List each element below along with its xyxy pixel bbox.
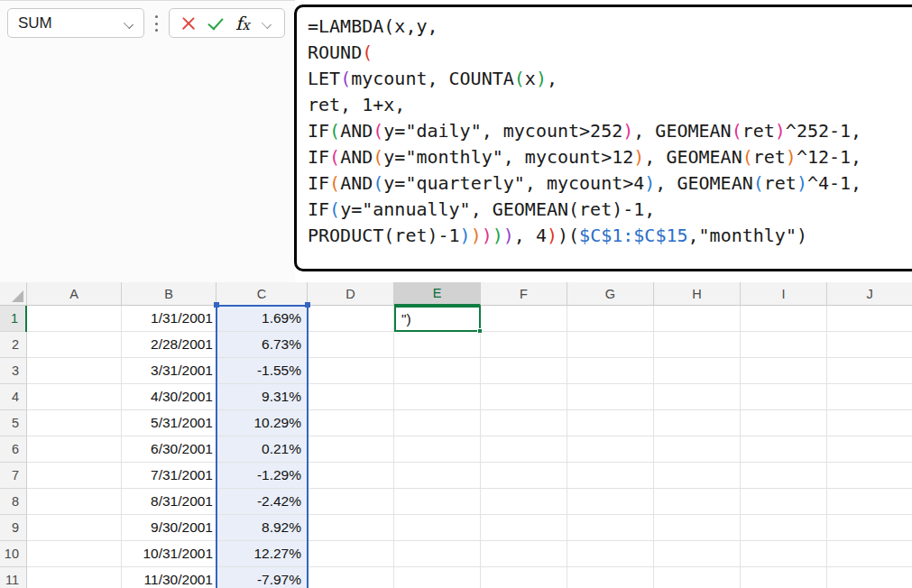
chevron-down-icon[interactable] <box>124 18 134 29</box>
active-cell-E1[interactable]: ") <box>394 306 481 332</box>
cell-F8[interactable] <box>481 489 567 515</box>
column-header-G[interactable]: G <box>567 282 654 306</box>
cell-A1[interactable] <box>27 306 122 332</box>
cell-E7[interactable] <box>394 463 481 489</box>
cell-G3[interactable] <box>567 358 654 384</box>
column-header-A[interactable]: A <box>27 282 122 306</box>
cell-D11[interactable] <box>308 567 394 588</box>
range-handle-top-right[interactable] <box>305 302 310 308</box>
column-header-D[interactable]: D <box>308 282 394 306</box>
insert-function-button[interactable]: fx <box>235 14 250 32</box>
cell-E10[interactable] <box>394 541 481 567</box>
cell-I10[interactable] <box>741 541 827 567</box>
cell-H11[interactable] <box>654 567 741 588</box>
cell-D5[interactable] <box>308 410 394 436</box>
column-header-J[interactable]: J <box>827 282 912 306</box>
column-header-B[interactable]: B <box>122 282 216 306</box>
cell-B6[interactable]: 6/30/2001 <box>122 436 216 463</box>
cell-G5[interactable] <box>567 410 654 436</box>
formula-text[interactable]: =LAMBDA(x,y,ROUND(LET(mycount, COUNTA(x)… <box>308 14 912 249</box>
cell-D7[interactable] <box>308 463 394 489</box>
cell-G1[interactable] <box>567 306 654 332</box>
cell-F10[interactable] <box>481 541 567 567</box>
cell-A5[interactable] <box>27 410 122 436</box>
cell-A4[interactable] <box>27 384 122 410</box>
cell-E9[interactable] <box>394 515 481 541</box>
row-header-4[interactable]: 4 <box>0 384 27 410</box>
cell-H10[interactable] <box>654 541 741 567</box>
formula-editor-popup[interactable]: =LAMBDA(x,y,ROUND(LET(mycount, COUNTA(x)… <box>294 5 912 271</box>
cell-E8[interactable] <box>394 489 481 515</box>
cell-H2[interactable] <box>654 332 741 358</box>
cell-I6[interactable] <box>741 436 827 463</box>
cell-G2[interactable] <box>567 332 654 358</box>
cell-J1[interactable] <box>827 306 912 332</box>
cell-B11[interactable]: 11/30/2001 <box>122 567 216 588</box>
cell-J10[interactable] <box>827 541 912 567</box>
cell-C1[interactable]: 1.69% <box>216 306 308 332</box>
cell-E4[interactable] <box>394 384 481 410</box>
column-header-F[interactable]: F <box>481 282 567 306</box>
cell-H7[interactable] <box>654 463 741 489</box>
cell-D2[interactable] <box>308 332 394 358</box>
cell-B9[interactable]: 9/30/2001 <box>122 515 216 541</box>
cell-F5[interactable] <box>481 410 567 436</box>
cell-I2[interactable] <box>741 332 827 358</box>
cell-C5[interactable]: 10.29% <box>216 410 308 436</box>
cell-J3[interactable] <box>827 358 912 384</box>
cell-I5[interactable] <box>741 410 827 436</box>
cell-B5[interactable]: 5/31/2001 <box>122 410 216 436</box>
cell-J9[interactable] <box>827 515 912 541</box>
cell-C6[interactable]: 0.21% <box>216 436 308 463</box>
cell-J8[interactable] <box>827 489 912 515</box>
cell-D10[interactable] <box>308 541 394 567</box>
cell-A2[interactable] <box>27 332 122 358</box>
cell-A8[interactable] <box>27 489 122 515</box>
range-handle-top-left[interactable] <box>214 302 219 308</box>
cell-B8[interactable]: 8/31/2001 <box>122 489 216 515</box>
cell-J7[interactable] <box>827 463 912 489</box>
cell-G6[interactable] <box>567 436 654 463</box>
cell-F3[interactable] <box>481 358 567 384</box>
cell-E6[interactable] <box>394 436 481 463</box>
cell-J5[interactable] <box>827 410 912 436</box>
confirm-button[interactable] <box>207 16 224 31</box>
cell-B1[interactable]: 1/31/2001 <box>122 306 216 332</box>
fill-handle[interactable] <box>477 328 483 334</box>
cell-G10[interactable] <box>567 541 654 567</box>
cell-A9[interactable] <box>27 515 122 541</box>
cell-C4[interactable]: 9.31% <box>216 384 308 410</box>
kebab-vertical-icon[interactable] <box>151 13 161 34</box>
row-header-1[interactable]: 1 <box>0 306 27 332</box>
row-header-11[interactable]: 11 <box>0 567 27 588</box>
cell-C3[interactable]: -1.55% <box>216 358 308 384</box>
cell-A6[interactable] <box>27 436 122 463</box>
cell-I9[interactable] <box>741 515 827 541</box>
cell-D9[interactable] <box>308 515 394 541</box>
cell-E3[interactable] <box>394 358 481 384</box>
cell-H8[interactable] <box>654 489 741 515</box>
cell-A3[interactable] <box>27 358 122 384</box>
row-header-3[interactable]: 3 <box>0 358 27 384</box>
cell-C11[interactable]: -7.97% <box>216 567 308 588</box>
cell-F7[interactable] <box>481 463 567 489</box>
cell-G8[interactable] <box>567 489 654 515</box>
cell-F4[interactable] <box>481 384 567 410</box>
cell-G4[interactable] <box>567 384 654 410</box>
cell-D6[interactable] <box>308 436 394 463</box>
cell-B3[interactable]: 3/31/2001 <box>122 358 216 384</box>
column-header-C[interactable]: C <box>216 282 308 306</box>
cell-A11[interactable] <box>27 567 122 588</box>
cell-F6[interactable] <box>481 436 567 463</box>
cell-D3[interactable] <box>308 358 394 384</box>
cell-J4[interactable] <box>827 384 912 410</box>
cell-I8[interactable] <box>741 489 827 515</box>
cell-F11[interactable] <box>481 567 567 588</box>
row-header-8[interactable]: 8 <box>0 489 27 515</box>
row-header-6[interactable]: 6 <box>0 436 27 463</box>
name-box[interactable]: SUM <box>7 8 144 38</box>
cell-H9[interactable] <box>654 515 741 541</box>
row-header-2[interactable]: 2 <box>0 332 27 358</box>
select-all-corner[interactable] <box>0 282 27 306</box>
cell-F1[interactable] <box>481 306 567 332</box>
